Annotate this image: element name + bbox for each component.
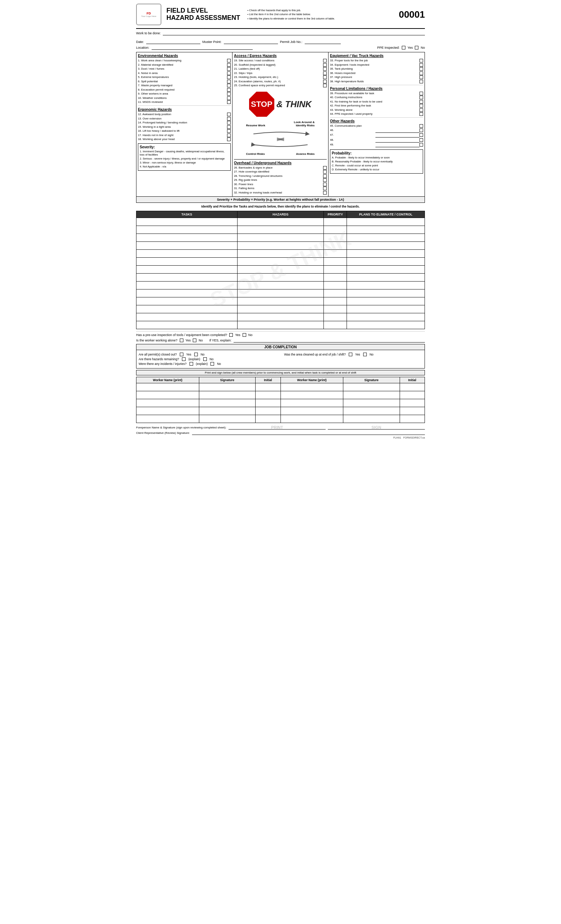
sig-sig-1[interactable] [199,407,255,415]
task-cell[interactable] [136,218,237,226]
sig-initial-2[interactable] [400,399,424,407]
access-cb-2[interactable] [323,63,327,67]
overhead-cb-7[interactable] [323,191,327,195]
hazard-cell[interactable] [237,266,324,274]
sig-name-1[interactable] [136,415,199,423]
hazard-cell[interactable] [237,250,324,258]
other-cb-1[interactable] [420,124,423,128]
other-field-2[interactable] [375,129,420,133]
other-field-3[interactable] [375,133,420,138]
plans-cell[interactable] [347,297,425,305]
sig-name-2[interactable] [280,415,344,423]
comp-q4-yes-cb[interactable] [349,352,352,356]
plans-cell[interactable] [347,313,425,321]
sig-initial-1[interactable] [256,415,280,423]
working-alone-yes-cb[interactable] [180,339,183,342]
sig-sig-2[interactable] [344,415,400,423]
priority-cell[interactable] [324,313,347,321]
task-cell[interactable] [136,313,237,321]
sig-name-2[interactable] [280,391,344,399]
task-cell[interactable] [136,321,237,329]
plans-cell[interactable] [347,258,425,266]
env-cb-10[interactable] [227,96,231,100]
client-sig-field[interactable] [192,430,425,435]
ergo-cb-6[interactable] [227,134,231,137]
foreperson-print[interactable]: PRINT [228,425,326,429]
priority-cell[interactable] [324,305,347,313]
date-field[interactable] [146,40,200,44]
other-cb-3[interactable] [420,133,423,137]
sig-name-2[interactable] [280,383,344,391]
comp-q3-no-cb[interactable] [210,362,214,366]
env-cb-8[interactable] [227,88,231,92]
hazard-cell[interactable] [237,234,324,242]
sig-name-1[interactable] [136,383,199,391]
comp-q1-no-cb[interactable] [194,352,198,356]
priority-cell[interactable] [324,218,347,226]
overhead-cb-5[interactable] [323,183,327,186]
sig-initial-1[interactable] [256,399,280,407]
plans-cell[interactable] [347,290,425,297]
plans-cell[interactable] [347,226,425,234]
priority-cell[interactable] [324,250,347,258]
sig-initial-2[interactable] [400,407,424,415]
equip-cb-6[interactable] [420,80,423,83]
sig-sig-1[interactable] [199,399,255,407]
sig-sig-2[interactable] [344,391,400,399]
access-cb-5[interactable] [323,75,327,79]
priority-cell[interactable] [324,297,347,305]
ergo-cb-2[interactable] [227,117,231,120]
hazard-cell[interactable] [237,258,324,266]
sig-initial-2[interactable] [400,391,424,399]
ergo-cb-7[interactable] [227,138,231,141]
sig-initial-1[interactable] [256,383,280,391]
env-cb-7[interactable] [227,84,231,87]
task-cell[interactable] [136,290,237,297]
equip-cb-4[interactable] [420,72,423,75]
plans-cell[interactable] [347,274,425,282]
overhead-cb-6[interactable] [323,187,327,190]
priority-cell[interactable] [324,234,347,242]
working-alone-no-cb[interactable] [193,339,196,342]
hazard-cell[interactable] [237,290,324,297]
task-cell[interactable] [136,266,237,274]
plans-cell[interactable] [347,242,425,250]
sig-name-1[interactable] [136,399,199,407]
equip-cb-5[interactable] [420,75,423,79]
env-cb-6[interactable] [227,80,231,83]
access-cb-4[interactable] [323,72,327,75]
other-field-4[interactable] [375,138,420,142]
sig-name-2[interactable] [280,407,344,415]
plans-cell[interactable] [347,282,425,290]
hazard-cell[interactable] [237,313,324,321]
other-cb-4[interactable] [420,138,423,142]
muster-field[interactable] [224,40,278,44]
priority-cell[interactable] [324,242,347,250]
hazard-cell[interactable] [237,242,324,250]
env-cb-4[interactable] [227,72,231,75]
task-cell[interactable] [136,305,237,313]
overhead-cb-1[interactable] [323,166,327,170]
plans-cell[interactable] [347,321,425,329]
task-cell[interactable] [136,242,237,250]
plans-cell[interactable] [347,234,425,242]
equip-cb-3[interactable] [420,67,423,71]
sig-sig-1[interactable] [199,415,255,423]
task-cell[interactable] [136,274,237,282]
env-cb-1[interactable] [227,59,231,63]
plans-cell[interactable] [347,218,425,226]
task-cell[interactable] [136,297,237,305]
priority-cell[interactable] [324,290,347,297]
env-cb-5[interactable] [227,75,231,79]
sig-name-1[interactable] [136,391,199,399]
priority-cell[interactable] [324,282,347,290]
ergo-cb-3[interactable] [227,121,231,124]
ergo-cb-1[interactable] [227,112,231,116]
ergo-cb-4[interactable] [227,125,231,129]
personal-cb-6[interactable] [420,112,423,116]
work-field[interactable] [163,31,425,35]
personal-cb-5[interactable] [420,108,423,112]
comp-q4-no-cb[interactable] [363,352,367,356]
hazard-cell[interactable] [237,218,324,226]
foreperson-sign[interactable]: SIGN [328,425,425,429]
